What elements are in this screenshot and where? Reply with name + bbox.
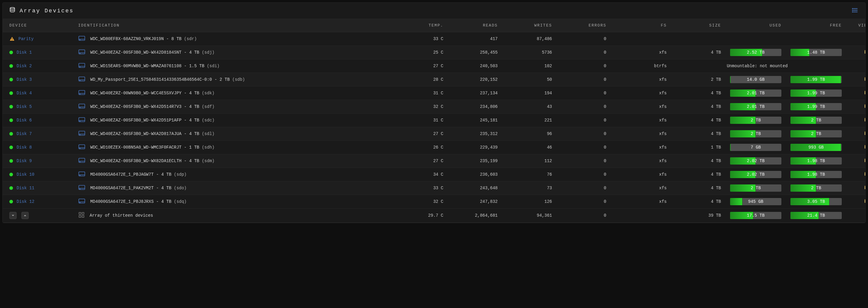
device-link[interactable]: Disk 8 [17, 145, 32, 150]
col-used[interactable]: USED [724, 19, 784, 32]
disk-icon[interactable] [78, 184, 85, 192]
status-ok-icon [9, 145, 13, 149]
disk-icon[interactable] [78, 90, 85, 97]
disk-icon[interactable] [78, 157, 85, 165]
device-link[interactable]: Disk 10 [17, 172, 34, 177]
svg-rect-38 [865, 133, 866, 135]
device-link[interactable]: Disk 4 [17, 91, 32, 96]
svg-point-21 [80, 80, 80, 81]
identification-text[interactable]: WDC_WD15EARS-00MVWB0_WD-WMAZA0761108 - 1… [90, 64, 219, 68]
identification-text[interactable]: WDC_WD40EZRZ-00WN9B0_WD-WCC4E5SXVJPY - 4… [90, 91, 215, 96]
col-errors[interactable]: ERRORS [555, 19, 609, 32]
disk-icon[interactable] [78, 116, 85, 124]
folder-icon [864, 173, 866, 177]
usage-bar: 7 GB [730, 144, 781, 151]
folder-icon [864, 105, 866, 110]
disk-icon[interactable] [78, 130, 85, 137]
usage-bar: 2 TB [790, 130, 842, 137]
usage-bar-label: 2.02 TB [730, 157, 781, 165]
browse-button[interactable] [864, 159, 866, 164]
table-row: Disk 10 MD4000GSA6472E_1_PBJAGW7T - 4 TB… [3, 168, 866, 181]
disk-icon[interactable] [78, 198, 85, 205]
disk-icon[interactable] [78, 103, 85, 110]
browse-button[interactable] [864, 173, 866, 177]
usage-bar-label: 3.05 TB [790, 198, 842, 205]
col-temp[interactable]: TEMP. [392, 19, 446, 32]
table-row: Disk 7 WDC_WD40EZAZ-00SF3B0_WD-WXA2D817A… [3, 127, 866, 141]
col-reads[interactable]: READS [446, 19, 501, 32]
col-view[interactable]: VIEW [845, 19, 866, 32]
identification-text[interactable]: WDC_WD40EZAZ-00SF3B0_WD-WX42D514R7V3 - 4… [90, 104, 215, 109]
browse-button[interactable] [864, 200, 866, 205]
svg-rect-61 [79, 215, 81, 217]
col-device[interactable]: DEVICE [3, 19, 75, 32]
browse-button[interactable] [864, 78, 866, 82]
disk-icon[interactable] [78, 62, 85, 70]
browse-button[interactable] [864, 50, 866, 56]
identification-text[interactable]: WD_My_Passport_25E1_57584631414336354B46… [90, 77, 245, 82]
disk-icon[interactable] [78, 144, 85, 151]
browse-button[interactable] [864, 118, 866, 123]
size-cell: 4 TB [670, 154, 724, 168]
device-link[interactable]: Disk 9 [17, 159, 32, 163]
list-view-button[interactable] [852, 7, 859, 14]
identification-text[interactable]: WDC_WD40EZAZ-00SF3B0_WD-WX42D8184SNT - 4… [90, 50, 215, 55]
table-row: Disk 12 MD4000GSA6472E_1_PBJ8JRXS - 4 TB… [3, 195, 866, 209]
identification-text[interactable]: WDC_WD80EFBX-68AZZN0_VRKJ019N - 8 TB (sd… [90, 36, 197, 41]
disk-icon[interactable] [78, 49, 85, 56]
summary-reads: 2,864,681 [446, 209, 501, 223]
browse-button[interactable] [864, 145, 866, 150]
identification-text[interactable]: MD4000GSA6472E_1_PBJAGW7T - 4 TB (sdp) [90, 172, 187, 177]
svg-point-49 [80, 175, 80, 176]
col-size[interactable]: SIZE [670, 19, 724, 32]
identification-text[interactable]: WDC_WD40EZAZ-00SF3B0_WD-WXA2D817AJUA - 4… [90, 131, 215, 136]
device-link[interactable]: Disk 7 [17, 131, 32, 136]
errors-cell: 0 [555, 154, 609, 168]
device-link[interactable]: Disk 3 [17, 77, 32, 82]
identification-text[interactable]: WDC_WD40EZAZ-00SF3B0_WD-WX82DA1ECLTH - 4… [90, 159, 215, 163]
usage-bar-label: 2.02 TB [730, 171, 781, 178]
panel-title-text: Array Devices [20, 8, 74, 14]
col-free[interactable]: FREE [784, 19, 845, 32]
reads-cell: 220,152 [446, 73, 501, 87]
browse-button[interactable] [864, 186, 866, 191]
reads-cell: 245,181 [446, 114, 501, 127]
browse-button[interactable] [864, 91, 866, 96]
usage-bar: 1.99 TB [790, 76, 842, 83]
usage-bar: 2 TB [790, 116, 842, 124]
table-row: Disk 8 WDC_WD10EZEX-00BN5A0_WD-WMC3F0FAC… [3, 141, 866, 154]
identification-text[interactable]: MD4000GSA6472E_1_PBJ8JRXS - 4 TB (sdq) [90, 199, 187, 204]
col-fs[interactable]: FS [609, 19, 670, 32]
device-link[interactable]: Parity [19, 36, 33, 41]
temp-cell: 27 C [392, 127, 446, 141]
col-writes[interactable]: WRITES [501, 19, 555, 32]
browse-button[interactable] [864, 132, 866, 137]
col-identification[interactable]: IDENTIFICATION [75, 19, 392, 32]
usage-bar-label: 2 TB [790, 184, 842, 192]
writes-cell: 87,486 [501, 32, 555, 46]
temp-cell: 28 C [392, 73, 446, 87]
usage-bar-label: 2.01 TB [730, 90, 781, 97]
device-link[interactable]: Disk 1 [17, 50, 32, 55]
usage-bar-label: 1.98 TB [790, 157, 842, 165]
device-link[interactable]: Disk 11 [17, 186, 34, 191]
collapse-button[interactable] [9, 212, 17, 219]
usage-bar-label: 14.0 GB [730, 76, 781, 83]
expand-button[interactable] [22, 212, 29, 219]
usage-bar: 945 GB [730, 198, 781, 205]
identification-text[interactable]: WDC_WD10EZEX-00BN5A0_WD-WMC3F0FACRJT - 1… [90, 145, 215, 150]
device-link[interactable]: Disk 2 [17, 64, 32, 68]
identification-text[interactable]: WDC_WD40EZAZ-00SF3B0_WD-WX42D51P1AFP - 4… [90, 118, 215, 123]
status-ok-icon [9, 105, 13, 108]
usage-bar: 2 TB [730, 116, 781, 124]
disk-icon[interactable] [78, 171, 85, 178]
disk-icon[interactable] [78, 35, 85, 42]
disk-icon[interactable] [78, 76, 85, 83]
identification-text[interactable]: MD4000GSA6472E_1_PAK2VM2T - 4 TB (sdo) [90, 186, 187, 191]
device-link[interactable]: Disk 6 [17, 118, 32, 123]
status-ok-icon [9, 50, 13, 54]
browse-button[interactable] [864, 105, 866, 110]
writes-cell: 43 [501, 100, 555, 114]
device-link[interactable]: Disk 5 [17, 104, 32, 109]
device-link[interactable]: Disk 12 [17, 199, 34, 204]
